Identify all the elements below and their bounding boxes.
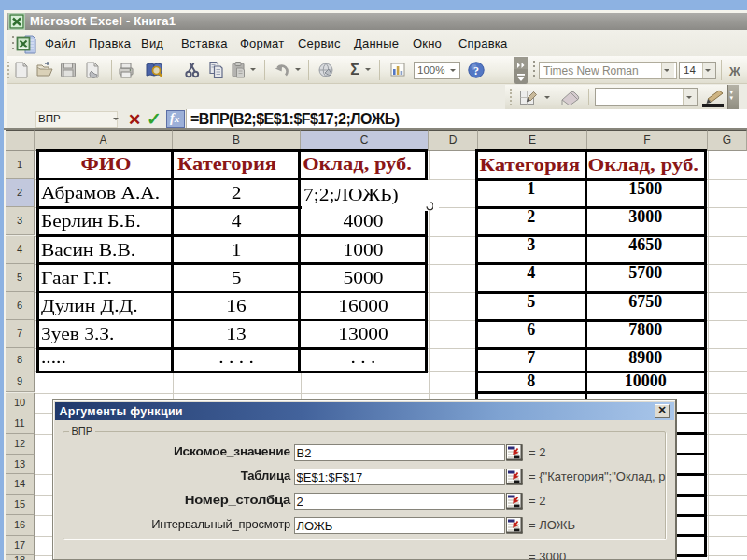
svg-text:?: ? (473, 64, 479, 77)
